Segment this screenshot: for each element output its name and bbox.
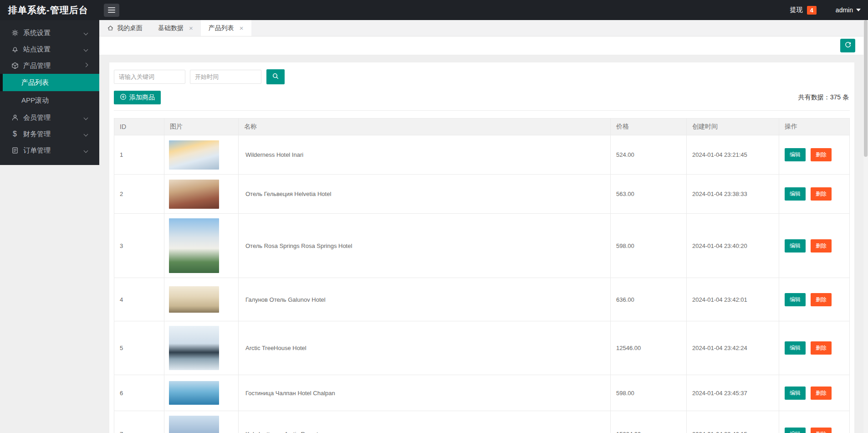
delete-button[interactable]: 删除 <box>811 148 832 161</box>
caret-down-icon <box>856 9 861 14</box>
cell-price: 524.00 <box>611 135 687 175</box>
cell-name: Гостиница Чалпан Hotel Chalpan <box>239 375 611 411</box>
cell-id: 5 <box>114 321 164 375</box>
total-count-text: 共有数据：375 条 <box>798 93 850 102</box>
order-icon <box>11 147 19 155</box>
edit-button[interactable]: 编辑 <box>785 428 806 433</box>
add-product-label: 添加商品 <box>129 93 155 102</box>
cell-id: 1 <box>114 135 164 175</box>
tab-my-desktop[interactable]: 我的桌面 <box>99 20 150 36</box>
delete-button[interactable]: 删除 <box>811 341 832 355</box>
product-table: ID 图片 名称 价格 创建时间 操作 1 Wilderness Hotel I… <box>114 118 850 433</box>
main-area: 我的桌面 基础数据 × 产品列表 × <box>99 20 868 433</box>
cell-created: 2024-01-04 23:40:20 <box>687 214 779 278</box>
tab-product-list[interactable]: 产品列表 × <box>201 20 251 36</box>
sidebar-subitem-label: 产品列表 <box>21 78 49 87</box>
cell-id: 6 <box>114 375 164 411</box>
refresh-button[interactable] <box>840 39 855 52</box>
chevron-left-icon <box>84 148 88 153</box>
cell-id: 7 <box>114 411 164 433</box>
sidebar-item-finance-management[interactable]: $ 财务管理 <box>0 126 99 142</box>
sidebar-item-product-management[interactable]: 产品管理 <box>0 57 99 74</box>
table-row: 7 Kakslauttanen Arctic Resort 15324.00 2… <box>114 411 850 433</box>
tab-basic-data[interactable]: 基础数据 × <box>150 20 201 36</box>
product-image <box>169 416 219 433</box>
sidebar-subitem-product-list[interactable]: 产品列表 <box>0 74 99 91</box>
cell-id: 4 <box>114 278 164 321</box>
delete-button[interactable]: 删除 <box>811 293 832 306</box>
withdraw-link[interactable]: 提现 4 <box>790 6 817 15</box>
cell-created: 2024-01-04 23:45:37 <box>687 375 779 411</box>
toolbar-strip <box>99 36 868 55</box>
search-row <box>114 69 850 84</box>
cell-name: Отель Гельвеция Helvetia Hotel <box>239 175 611 214</box>
header-right: 提现 4 admin <box>790 6 868 15</box>
search-icon <box>272 72 279 81</box>
cell-created: 2024-01-04 23:42:24 <box>687 321 779 375</box>
cell-name: Отель Rosa Springs Rosa Springs Hotel <box>239 214 611 278</box>
delete-button[interactable]: 删除 <box>811 428 832 433</box>
search-button[interactable] <box>266 69 285 84</box>
scrollbar-thumb[interactable] <box>864 20 868 157</box>
delete-button[interactable]: 删除 <box>811 187 832 201</box>
edit-button[interactable]: 编辑 <box>785 148 806 161</box>
delete-button[interactable]: 删除 <box>811 239 832 253</box>
add-product-button[interactable]: 添加商品 <box>114 91 161 104</box>
user-menu[interactable]: admin <box>836 6 861 14</box>
app-header: 排单系统-管理后台 提现 4 admin <box>0 0 868 20</box>
cell-price: 636.00 <box>611 278 687 321</box>
product-image <box>169 326 219 370</box>
col-header-image: 图片 <box>164 119 239 135</box>
bell-icon <box>11 46 19 53</box>
product-image <box>169 218 219 273</box>
edit-button[interactable]: 编辑 <box>785 187 806 201</box>
dollar-icon: $ <box>11 130 19 138</box>
edit-button[interactable]: 编辑 <box>785 293 806 306</box>
product-image <box>169 286 219 313</box>
cell-id: 2 <box>114 175 164 214</box>
sidebar-item-order-management[interactable]: 订单管理 <box>0 142 99 159</box>
sidebar-item-label: 产品管理 <box>23 62 51 70</box>
start-time-input[interactable] <box>190 70 261 84</box>
cell-id: 3 <box>114 214 164 278</box>
cell-created: 2024-01-04 23:46:15 <box>687 411 779 433</box>
keyword-input[interactable] <box>114 70 185 84</box>
sidebar-item-label: 会员管理 <box>23 113 51 122</box>
refresh-icon <box>844 41 852 50</box>
close-icon[interactable]: × <box>240 25 244 31</box>
content-card: 添加商品 共有数据：375 条 ID 图片 名称 价格 创建时间 操作 1 <box>109 62 854 433</box>
sidebar-subitem-app-scroll[interactable]: APP滚动 <box>0 91 99 109</box>
chevron-left-icon <box>84 47 88 52</box>
cell-name: Arctic TreeHouse Hotel <box>239 321 611 375</box>
col-header-name: 名称 <box>239 119 611 135</box>
plus-circle-icon <box>120 93 127 102</box>
hamburger-menu-icon[interactable] <box>104 4 119 17</box>
cell-name: Wilderness Hotel Inari <box>239 135 611 175</box>
edit-button[interactable]: 编辑 <box>785 239 806 253</box>
cell-created: 2024-01-04 23:42:01 <box>687 278 779 321</box>
username: admin <box>836 6 853 14</box>
cell-price: 563.00 <box>611 175 687 214</box>
vertical-scrollbar[interactable] <box>863 20 868 433</box>
sidebar-item-label: 订单管理 <box>23 146 51 155</box>
sidebar-item-site-settings[interactable]: 站点设置 <box>0 41 99 57</box>
sidebar-nav: 系统设置 站点设置 产品管理 产品列表 APP滚动 会员管理 $ 财务管理 <box>0 20 99 165</box>
cell-name: Галунов Отель Galunov Hotel <box>239 278 611 321</box>
edit-button[interactable]: 编辑 <box>785 341 806 355</box>
chevron-left-icon <box>84 31 88 35</box>
sidebar-item-system-settings[interactable]: 系统设置 <box>0 25 99 41</box>
table-row: 2 Отель Гельвеция Helvetia Hotel 563.00 … <box>114 175 850 214</box>
col-header-id: ID <box>114 119 164 135</box>
cell-price: 598.00 <box>611 375 687 411</box>
delete-button[interactable]: 删除 <box>811 387 832 400</box>
product-image <box>169 140 219 170</box>
sidebar-item-member-management[interactable]: 会员管理 <box>0 109 99 126</box>
gear-icon <box>11 29 19 37</box>
close-icon[interactable]: × <box>189 25 193 31</box>
edit-button[interactable]: 编辑 <box>785 387 806 400</box>
table-row: 3 Отель Rosa Springs Rosa Springs Hotel … <box>114 214 850 278</box>
cell-name: Kakslauttanen Arctic Resort <box>239 411 611 433</box>
chevron-left-icon <box>84 115 88 120</box>
table-row: 1 Wilderness Hotel Inari 524.00 2024-01-… <box>114 135 850 175</box>
col-header-created: 创建时间 <box>687 119 779 135</box>
